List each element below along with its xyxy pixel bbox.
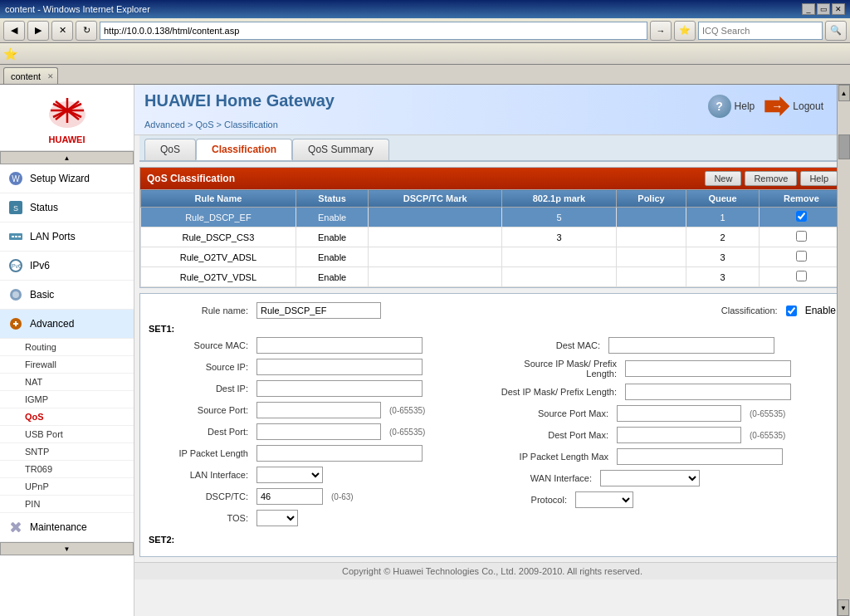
product-title: HUAWEI Home Gateway [144,91,335,110]
dest-port-max-input[interactable] [617,427,741,443]
sidebar-scroll-up[interactable]: ▲ [0,151,134,164]
close-button[interactable]: ✕ [832,3,845,15]
wan-interface-select[interactable] [600,470,700,486]
sidebar-item-status[interactable]: S Status [0,193,134,222]
tos-select[interactable] [256,510,298,526]
stop-button[interactable]: ✕ [51,21,73,41]
sidebar-item-advanced[interactable]: Advanced [0,310,134,339]
favorites-star[interactable]: ⭐ [3,47,17,61]
minimize-button[interactable]: _ [802,3,815,15]
dest-mac-label: Dest MAC: [501,340,600,350]
go-button[interactable]: → [650,21,672,41]
status-icon: S [7,198,25,217]
table-row[interactable]: Rule_DSCP_EFEnable51 [141,208,844,227]
sidebar-submenu-nat[interactable]: NAT [0,374,134,391]
form-row-source-ip-mask: Source IP Mask/ Prefix Length: [501,359,836,379]
source-port-input[interactable] [256,402,381,418]
source-ip-mask-input[interactable] [625,360,791,377]
col-dscp: DSCP/TC Mark [369,190,502,208]
back-button[interactable]: ◀ [3,21,25,41]
content-area: HUAWEI Home Gateway ? Help → Logout Adva… [134,85,850,616]
table-header: QoS Classification New Remove Help [140,168,844,189]
help-table-button[interactable]: Help [800,171,838,186]
source-port-max-input[interactable] [617,405,741,422]
submenu-firewall-label: Firewall [25,359,56,369]
source-ip-label: Source IP: [149,362,248,372]
search-input[interactable] [698,22,823,40]
sidebar-item-ipv6[interactable]: IPv6 IPv6 [0,252,134,281]
dest-port-input[interactable] [256,423,381,440]
source-mac-label: Source MAC: [149,340,248,350]
dscp-input[interactable] [256,488,323,505]
tab-qos-summary[interactable]: QoS Summary [292,139,389,160]
sidebar-item-setup-wizard[interactable]: W Setup Wizard [0,164,134,193]
table-row[interactable]: Rule_O2TV_ADSLEnable3 [141,247,844,267]
sidebar-submenu-firewall[interactable]: Firewall [0,356,134,374]
copyright-text: Copyright © Huawei Technologies Co., Ltd… [342,566,642,576]
source-ip-input[interactable] [256,359,423,375]
form-row-tos: TOS: [149,510,484,526]
sidebar-submenu-usb[interactable]: USB Port [0,426,134,443]
dest-port-max-hint: (0-65535) [750,431,785,440]
search-button[interactable]: 🔍 [825,21,847,41]
browser-tab-content[interactable]: content ✕ [3,67,58,84]
scroll-thumb[interactable] [838,134,850,159]
svg-rect-7 [15,236,17,237]
remove-button[interactable]: Remove [745,171,797,186]
sidebar-scroll-down[interactable]: ▼ [0,542,134,555]
protocol-label: Protocol: [501,495,567,505]
forward-button[interactable]: ▶ [27,21,49,41]
tab-close-icon[interactable]: ✕ [47,72,54,81]
svg-text:S: S [13,204,18,213]
submenu-sntp-label: SNTP [25,447,49,457]
sidebar-submenu-tr069[interactable]: TR069 [0,461,134,478]
sidebar-submenu-sntp[interactable]: SNTP [0,443,134,461]
help-button[interactable]: ? Help [708,95,755,118]
classification-text: Enable [805,305,836,316]
sidebar-item-basic[interactable]: Basic [0,281,134,310]
tab-qos[interactable]: QoS [144,139,196,160]
source-port-max-label: Source Port Max: [501,408,608,418]
scroll-up-btn[interactable]: ▲ [838,85,850,101]
dest-ip-input[interactable] [256,380,423,397]
scrollbar[interactable]: ▲ ▼ [837,85,850,616]
form-row-wan-interface: WAN Interface: [501,470,836,486]
dest-mac-input[interactable] [608,337,774,354]
navigate-button[interactable]: ⭐ [674,21,696,41]
refresh-button[interactable]: ↻ [76,21,97,41]
restore-button[interactable]: ▭ [817,3,830,15]
lan-interface-select[interactable] [256,467,323,483]
dest-ip-mask-input[interactable] [625,384,791,400]
huawei-logo: HUAWEI [42,91,92,144]
table-row[interactable]: Rule_O2TV_VDSLEnable3 [141,267,844,287]
table-row[interactable]: Rule_DSCP_CS3Enable32 [141,227,844,247]
address-bar[interactable] [100,22,647,40]
ip-packet-label: IP Packet Length [149,448,248,458]
huawei-logo-icon [42,91,92,133]
rule-name-input[interactable] [256,302,381,319]
qos-classification-table-area: QoS Classification New Remove Help Rule … [139,167,845,288]
scroll-down-btn[interactable]: ▼ [838,599,849,616]
sidebar-item-lan-ports[interactable]: LAN Ports [0,222,134,252]
sidebar-item-maintenance[interactable]: Maintenance [0,513,134,542]
breadcrumb: Advanced > QoS > Classification [144,118,840,134]
sidebar: HUAWEI ▲ W Setup Wizard S Status LAN Por… [0,85,134,616]
classification-checkbox[interactable] [786,306,797,316]
new-button[interactable]: New [705,171,741,186]
sidebar-submenu-upnp[interactable]: UPnP [0,478,134,496]
window-controls[interactable]: _ ▭ ✕ [802,3,845,15]
form-row-source-port: Source Port: (0-65535) [149,402,484,418]
tab-classification[interactable]: Classification [196,139,292,160]
sidebar-submenu-igmp[interactable]: IGMP [0,391,134,408]
sidebar-submenu-qos[interactable]: QoS [0,408,134,426]
logout-button[interactable]: → Logout [765,96,823,116]
protocol-select[interactable] [575,491,633,508]
source-mac-input[interactable] [256,337,423,354]
footer: Copyright © Huawei Technologies Co., Ltd… [134,562,850,579]
sidebar-submenu-pin[interactable]: PIN [0,496,134,513]
sidebar-submenu-routing[interactable]: Routing [0,339,134,356]
ip-packet-input[interactable] [256,445,423,462]
form-row-source-ip: Source IP: [149,359,484,375]
ip-packet-max-input[interactable] [617,448,783,465]
logout-label: Logout [793,100,823,112]
